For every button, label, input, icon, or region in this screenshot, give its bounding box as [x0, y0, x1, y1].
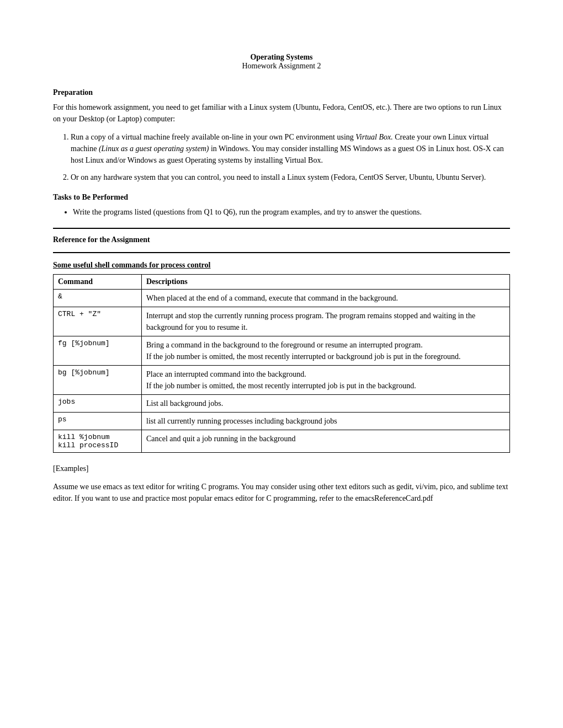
table-header-command: Command — [54, 275, 142, 290]
table-row: jobs List all background jobs. — [54, 395, 510, 413]
tasks-section: Tasks to Be Performed Write the programs… — [53, 193, 510, 218]
cmd-fg: fg [%jobnum] — [54, 336, 142, 366]
reference-section: Reference for the Assignment — [53, 235, 510, 244]
examples-label: [Examples] — [53, 463, 510, 474]
desc-ampersand: When placed at the end of a command, exe… — [142, 290, 510, 307]
tasks-list: Write the programs listed (questions fro… — [73, 206, 510, 218]
page: Operating Systems Homework Assignment 2 … — [0, 0, 563, 550]
cmd-bg: bg [%jobnum] — [54, 366, 142, 395]
title-line2: Homework Assignment 2 — [53, 62, 510, 71]
cmd-ps: ps — [54, 413, 142, 430]
preparation-intro: For this homework assignment, you need t… — [53, 101, 510, 125]
command-table: Command Descriptions & When placed at th… — [53, 274, 510, 453]
table-body: & When placed at the end of a command, e… — [54, 290, 510, 453]
preparation-list: Run a copy of a virtual machine freely a… — [71, 131, 510, 183]
section-divider — [53, 228, 510, 229]
reference-subheading: Some useful shell commands for process c… — [53, 261, 510, 270]
table-header-descriptions: Descriptions — [142, 275, 510, 290]
table-row: fg [%jobnum] Bring a command in the back… — [54, 336, 510, 366]
table-row: ps list all currently running processes … — [54, 413, 510, 430]
table-row: kill %jobnumkill processID Cancel and qu… — [54, 430, 510, 453]
desc-jobs: List all background jobs. — [142, 395, 510, 413]
item1-text-before: Run a copy of a virtual machine freely a… — [71, 133, 355, 141]
title-block: Operating Systems Homework Assignment 2 — [53, 53, 510, 71]
reference-heading: Reference for the Assignment — [53, 235, 510, 244]
table-row: bg [%jobnum] Place an interrupted comman… — [54, 366, 510, 395]
examples-section: [Examples] Assume we use emacs as text e… — [53, 463, 510, 504]
title-line1: Operating Systems — [53, 53, 510, 62]
table-row: & When placed at the end of a command, e… — [54, 290, 510, 307]
desc-kill: Cancel and quit a job running in the bac… — [142, 430, 510, 453]
list-item: Or on any hardware system that you can c… — [71, 172, 510, 183]
item1-italic2: (Linux as a guest operating system) — [99, 144, 209, 153]
preparation-heading: Preparation — [53, 88, 510, 97]
list-item: Run a copy of a virtual machine freely a… — [71, 131, 510, 166]
preparation-section: Preparation For this homework assignment… — [53, 88, 510, 183]
tasks-bullet-text: Write the programs listed (questions fro… — [73, 208, 422, 216]
cmd-ampersand: & — [54, 290, 142, 307]
cmd-ctrlz: CTRL + "Z" — [54, 307, 142, 336]
cmd-jobs: jobs — [54, 395, 142, 413]
table-header-row: Command Descriptions — [54, 275, 510, 290]
desc-ctrlz: Interrupt and stop the currently running… — [142, 307, 510, 336]
item2-text: Or on any hardware system that you can c… — [71, 173, 486, 181]
examples-text: Assume we use emacs as text editor for w… — [53, 481, 510, 504]
tasks-bullet-item: Write the programs listed (questions fro… — [73, 206, 510, 218]
section-divider-2 — [53, 252, 510, 253]
desc-bg: Place an interrupted command into the ba… — [142, 366, 510, 395]
tasks-heading: Tasks to Be Performed — [53, 193, 510, 202]
desc-ps: list all currently running processes inc… — [142, 413, 510, 430]
cmd-kill: kill %jobnumkill processID — [54, 430, 142, 453]
table-row: CTRL + "Z" Interrupt and stop the curren… — [54, 307, 510, 336]
item1-italic1: Virtual Box. — [355, 133, 392, 141]
desc-fg: Bring a command in the background to the… — [142, 336, 510, 366]
